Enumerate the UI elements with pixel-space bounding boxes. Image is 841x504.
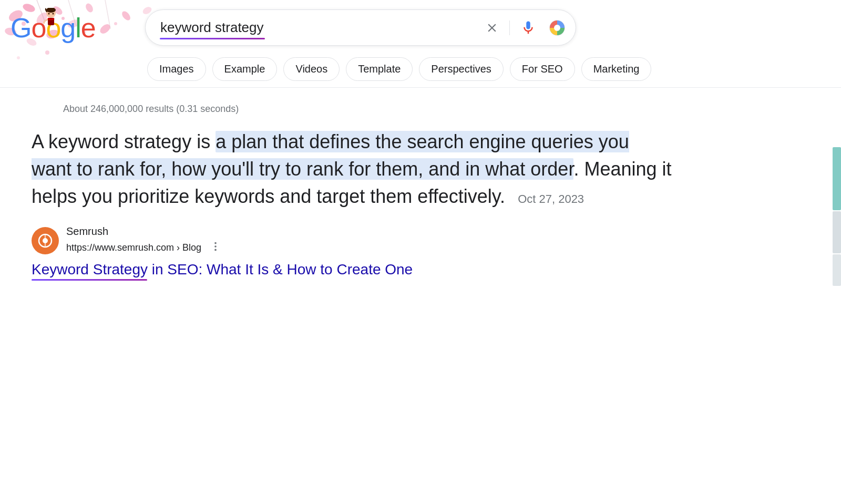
- filter-chip-template[interactable]: Template: [346, 57, 413, 81]
- search-underline: [160, 38, 265, 39]
- lens-button[interactable]: [547, 17, 568, 38]
- source-name: Semrush: [66, 225, 224, 238]
- doodle-character: [43, 8, 59, 32]
- svg-point-33: [214, 245, 217, 248]
- featured-snippet-text: A keyword strategy is a plan that define…: [32, 128, 673, 211]
- search-bar-container: [145, 9, 576, 46]
- lens-icon: [549, 19, 566, 36]
- source-favicon: [32, 227, 59, 254]
- accent-bar-teal: [833, 147, 841, 210]
- source-info: Semrush https://www.semrush.com › Blog: [66, 225, 224, 256]
- right-accent: [833, 147, 841, 286]
- logo-area: Google: [11, 12, 137, 44]
- svg-point-24: [48, 13, 50, 14]
- mic-button[interactable]: [518, 18, 538, 38]
- filter-row: Images Example Videos Template Perspecti…: [0, 51, 841, 88]
- more-options-button[interactable]: [207, 240, 224, 256]
- svg-point-25: [53, 13, 54, 14]
- main-results: About 246,000,000 results (0.31 seconds)…: [0, 88, 683, 286]
- link-underline: [32, 279, 147, 281]
- filter-chip-images[interactable]: Images: [147, 57, 206, 81]
- divider: [509, 20, 510, 35]
- snippet-date: Oct 27, 2023: [518, 192, 584, 205]
- search-input-wrapper: [145, 9, 576, 46]
- filter-chip-example[interactable]: Example: [212, 57, 278, 81]
- filter-chip-perspectives[interactable]: Perspectives: [419, 57, 504, 81]
- filter-chip-marketing[interactable]: Marketing: [581, 57, 652, 81]
- source-row: Semrush https://www.semrush.com › Blog: [32, 225, 673, 256]
- search-actions: [483, 17, 568, 38]
- result-title-link[interactable]: Keyword Strategy in SEO: What It Is & Ho…: [32, 261, 673, 278]
- featured-snippet: A keyword strategy is a plan that define…: [32, 128, 673, 211]
- filter-chip-videos[interactable]: Videos: [283, 57, 340, 81]
- more-options-icon: [210, 241, 221, 252]
- clear-button[interactable]: [483, 19, 501, 37]
- filter-chip-for-seo[interactable]: For SEO: [510, 57, 575, 81]
- svg-point-32: [214, 242, 217, 244]
- source-url-row: https://www.semrush.com › Blog: [66, 240, 224, 256]
- accent-bar-gray2: [833, 254, 841, 286]
- svg-point-34: [214, 249, 217, 251]
- favicon-icon: [37, 233, 53, 249]
- svg-point-28: [554, 25, 560, 31]
- snippet-text-before: A keyword strategy is: [32, 131, 216, 152]
- results-count: About 246,000,000 results (0.31 seconds): [32, 93, 673, 120]
- source-url: https://www.semrush.com › Blog: [66, 242, 201, 253]
- accent-bar-gray: [833, 211, 841, 253]
- clear-icon: [485, 21, 499, 35]
- mic-icon: [520, 20, 536, 36]
- header: Google: [0, 0, 841, 51]
